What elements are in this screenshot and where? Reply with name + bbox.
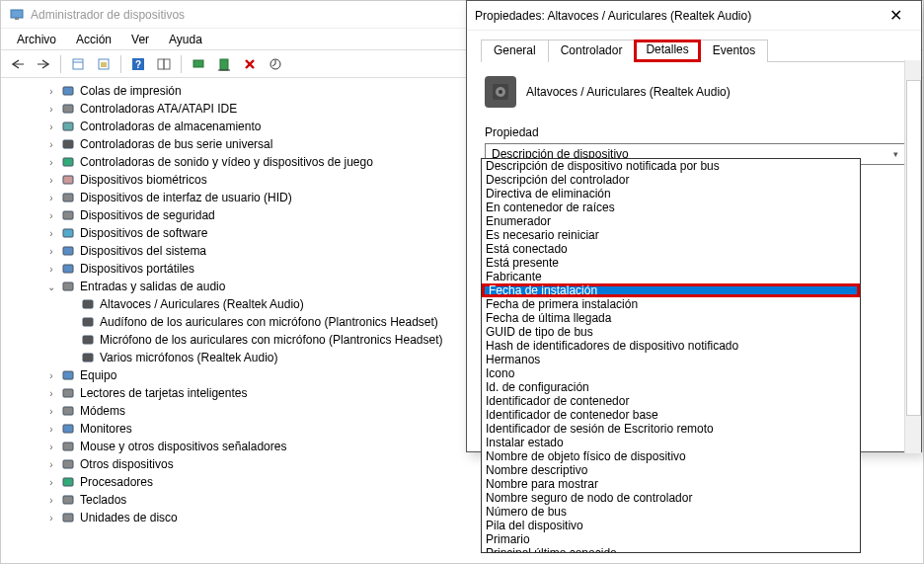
tree-label: Controladoras de sonido y vídeo y dispos…	[80, 155, 373, 169]
menu-ayuda[interactable]: Ayuda	[159, 31, 212, 48]
svg-rect-24	[63, 229, 73, 237]
tree-label: Procesadores	[80, 475, 153, 489]
toolbar-delete-icon[interactable]	[239, 53, 261, 75]
dropdown-option[interactable]: Está presente	[482, 256, 860, 270]
chevron-icon[interactable]: ›	[44, 155, 58, 169]
dropdown-option[interactable]: Instalar estado	[482, 436, 860, 449]
chevron-icon[interactable]	[64, 315, 78, 329]
dropdown-option[interactable]: Está conectado	[482, 242, 860, 256]
svg-rect-12	[193, 60, 203, 67]
dropdown-option[interactable]: Identificador de contenedor base	[482, 408, 860, 422]
svg-rect-27	[63, 282, 73, 290]
svg-rect-22	[63, 194, 73, 201]
dropdown-option[interactable]: Fabricante	[482, 270, 860, 283]
dropdown-option[interactable]: GUID de tipo de bus	[482, 325, 860, 339]
dropdown-option[interactable]: Fecha de instalación	[482, 283, 860, 297]
toolbar-icon-5[interactable]	[188, 53, 209, 75]
tab-controlador[interactable]: Controlador	[548, 40, 636, 62]
app-icon	[9, 7, 25, 23]
svg-rect-36	[63, 443, 73, 450]
tree-label: Colas de impresión	[80, 84, 182, 98]
property-dropdown-list[interactable]: Descripción de dispositivo notificada po…	[481, 158, 861, 553]
tree-label: Varios micrófonos (Realtek Audio)	[100, 351, 278, 364]
dropdown-option[interactable]: Descripción del controlador	[482, 173, 860, 187]
tree-label: Controladoras de bus serie universal	[80, 137, 272, 151]
toolbar-icon-2[interactable]	[93, 53, 115, 75]
dropdown-option[interactable]: Identificador de contenedor	[482, 394, 860, 408]
tab-eventos[interactable]: Eventos	[700, 40, 768, 62]
dropdown-option[interactable]: En contenedor de raíces	[482, 201, 860, 214]
other-icon	[60, 456, 76, 472]
toolbar-icon-8[interactable]	[265, 53, 286, 75]
dropdown-option[interactable]: Es necesario reiniciar	[482, 228, 860, 242]
dropdown-option[interactable]: Fecha de primera instalación	[482, 297, 860, 311]
dropdown-option[interactable]: Directiva de eliminación	[482, 187, 860, 201]
chevron-icon[interactable]: ›	[44, 208, 58, 222]
disk-icon	[60, 510, 76, 525]
portable-icon	[60, 261, 76, 277]
dropdown-option[interactable]: Hash de identificadores de dispositivo n…	[482, 339, 860, 353]
chevron-icon[interactable]: ⌄	[44, 280, 58, 293]
chevron-icon[interactable]: ›	[44, 120, 58, 133]
dropdown-option[interactable]: Nombre descriptivo	[482, 463, 860, 477]
dialog-titlebar[interactable]: Propiedades: Altavoces / Auriculares (Re…	[467, 1, 921, 31]
toolbar-icon-4[interactable]	[153, 53, 175, 75]
chevron-icon[interactable]: ›	[44, 137, 58, 151]
chevron-icon[interactable]: ›	[44, 440, 58, 453]
dropdown-option[interactable]: Id. de configuración	[482, 380, 860, 394]
chevron-icon[interactable]: ›	[44, 84, 58, 98]
speaker-icon	[485, 76, 516, 108]
toolbar-help-icon[interactable]: ?	[127, 53, 149, 75]
dropdown-option[interactable]: Identificador de sesión de Escritorio re…	[482, 422, 860, 436]
dropdown-option[interactable]: Nombre para mostrar	[482, 477, 860, 491]
chevron-icon[interactable]: ›	[44, 386, 58, 400]
chevron-icon[interactable]: ›	[44, 102, 58, 116]
chevron-icon[interactable]: ›	[44, 404, 58, 418]
toolbar-icon-1[interactable]	[67, 53, 89, 75]
keyboard-icon	[60, 492, 76, 508]
menu-accion[interactable]: Acción	[66, 31, 121, 48]
tree-label: Teclados	[80, 493, 126, 507]
tree-label: Dispositivos de interfaz de usuario (HID…	[80, 191, 292, 204]
dropdown-option[interactable]: Hermanos	[482, 353, 860, 366]
svg-rect-26	[63, 265, 73, 273]
menu-archivo[interactable]: Archivo	[7, 31, 66, 48]
dropdown-option[interactable]: Icono	[482, 366, 860, 380]
chevron-icon[interactable]: ›	[44, 226, 58, 240]
toolbar-icon-6[interactable]	[213, 53, 235, 75]
dropdown-option[interactable]: Enumerador	[482, 214, 860, 228]
chevron-icon[interactable]: ›	[44, 368, 58, 382]
menu-ver[interactable]: Ver	[121, 31, 159, 48]
dropdown-option[interactable]: Primario	[482, 532, 860, 546]
chevron-icon[interactable]: ›	[44, 422, 58, 436]
chevron-icon[interactable]: ›	[44, 173, 58, 187]
dropdown-option[interactable]: Fecha de última llegada	[482, 311, 860, 325]
dropdown-option[interactable]: Descripción de dispositivo notificada po…	[482, 159, 860, 173]
forward-button[interactable]	[33, 53, 54, 75]
dropdown-option[interactable]: Pila del dispositivo	[482, 519, 860, 532]
chevron-icon[interactable]: ›	[44, 511, 58, 524]
tab-general[interactable]: General	[481, 40, 549, 62]
scrollbar-thumb[interactable]	[906, 80, 921, 416]
chevron-icon[interactable]: ›	[44, 457, 58, 471]
back-button[interactable]	[7, 53, 29, 75]
tab-detalles[interactable]: Detalles	[634, 40, 700, 62]
tree-label: Controladoras ATA/ATAPI IDE	[80, 102, 237, 116]
dropdown-option[interactable]: Principal último conocido	[482, 546, 860, 553]
chevron-icon[interactable]	[64, 297, 78, 311]
chevron-icon[interactable]	[64, 351, 78, 364]
chevron-icon[interactable]	[64, 333, 78, 347]
dialog-scrollbar[interactable]	[904, 60, 921, 453]
dropdown-option[interactable]: Nombre de objeto físico de dispositivo	[482, 449, 860, 463]
svg-rect-1	[15, 18, 19, 20]
chevron-icon[interactable]: ›	[44, 493, 58, 507]
chevron-icon[interactable]: ›	[44, 244, 58, 258]
chevron-icon[interactable]: ›	[44, 262, 58, 276]
dropdown-option[interactable]: Número de bus	[482, 505, 860, 519]
dropdown-option[interactable]: Nombre seguro de nodo de controlador	[482, 491, 860, 505]
chevron-icon[interactable]: ›	[44, 475, 58, 489]
svg-rect-11	[164, 59, 170, 69]
dialog-close-button[interactable]: ✕	[878, 2, 913, 30]
hid-icon	[60, 190, 76, 205]
chevron-icon[interactable]: ›	[44, 191, 58, 204]
